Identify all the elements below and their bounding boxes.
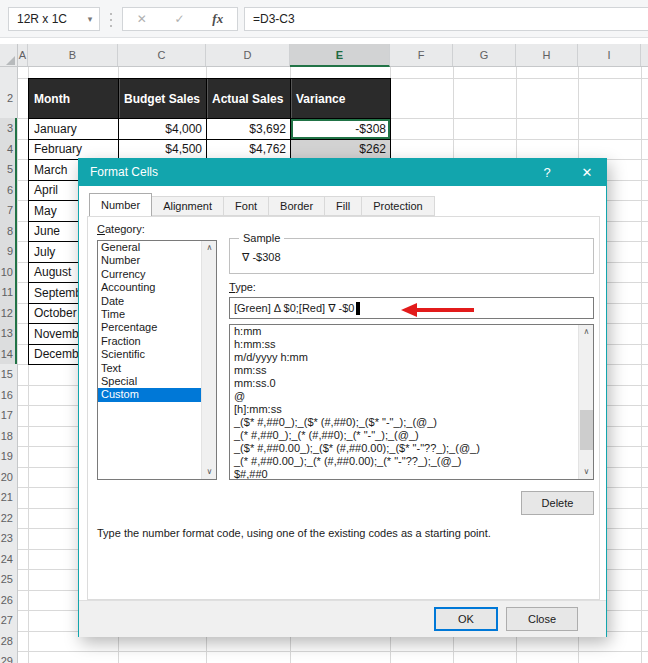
table-cell[interactable]: January bbox=[29, 119, 119, 140]
tab-protection[interactable]: Protection bbox=[362, 196, 435, 216]
row-header-26[interactable]: 26 bbox=[0, 590, 16, 611]
name-box-dropdown-icon[interactable]: ▾ bbox=[81, 14, 99, 24]
name-box[interactable]: 12R x 1C ▾ bbox=[8, 7, 100, 31]
table-cell[interactable]: $4,500 bbox=[119, 140, 207, 161]
type-option[interactable]: _(* #,##0_);_(* (#,##0);_(* "-"_);_(@_) bbox=[230, 429, 577, 442]
row-header-11[interactable]: 11 bbox=[0, 282, 16, 303]
row-header-14[interactable]: 14 bbox=[0, 344, 16, 365]
insert-function-icon[interactable]: fx bbox=[212, 11, 223, 27]
row-header-18[interactable]: 18 bbox=[0, 426, 16, 447]
row-header-17[interactable]: 17 bbox=[0, 405, 16, 426]
row-header-9[interactable]: 9 bbox=[0, 241, 16, 262]
category-item-percentage[interactable]: Percentage bbox=[98, 321, 201, 334]
row-header-21[interactable]: 21 bbox=[0, 487, 16, 508]
category-listbox[interactable]: GeneralNumberCurrencyAccountingDateTimeP… bbox=[97, 240, 217, 480]
tab-number[interactable]: Number bbox=[89, 193, 152, 216]
row-header-22[interactable]: 22 bbox=[0, 508, 16, 529]
table-cell[interactable]: $4,000 bbox=[119, 119, 207, 140]
row-header-29[interactable]: 29 bbox=[0, 651, 16, 663]
row-header-15[interactable]: 15 bbox=[0, 364, 16, 385]
category-item-date[interactable]: Date bbox=[98, 295, 201, 308]
column-header-A[interactable]: A bbox=[18, 44, 28, 66]
type-option[interactable]: h:mm bbox=[230, 325, 577, 338]
type-option[interactable]: h:mm:ss bbox=[230, 338, 577, 351]
table-header-cell[interactable]: Actual Sales bbox=[207, 79, 291, 119]
table-header-cell[interactable]: Budget Sales bbox=[119, 79, 207, 119]
type-option[interactable]: [h]:mm:ss bbox=[230, 403, 577, 416]
type-option[interactable]: _($* #,##0_);_($* (#,##0);_($* "-"_);_(@… bbox=[230, 416, 577, 429]
table-cell[interactable]: February bbox=[29, 140, 119, 161]
category-item-currency[interactable]: Currency bbox=[98, 268, 201, 281]
column-header-D[interactable]: D bbox=[206, 44, 290, 66]
category-item-scientific[interactable]: Scientific bbox=[98, 348, 201, 361]
type-option[interactable]: _($* #,##0.00_);_($* (#,##0.00);_($* "-"… bbox=[230, 442, 577, 455]
type-option[interactable]: $#,##0 bbox=[230, 468, 577, 480]
row-header-2[interactable]: 2 bbox=[0, 78, 16, 118]
category-item-number[interactable]: Number bbox=[98, 254, 201, 267]
tab-fill[interactable]: Fill bbox=[325, 196, 362, 216]
category-item-custom[interactable]: Custom bbox=[98, 388, 201, 401]
row-header-27[interactable]: 27 bbox=[0, 610, 16, 631]
scroll-up-icon[interactable]: ∧ bbox=[579, 325, 594, 339]
type-list-scrollbar[interactable]: ∧ ∨ bbox=[578, 325, 593, 479]
close-button[interactable]: Close bbox=[506, 607, 578, 631]
row-header-5[interactable]: 5 bbox=[0, 159, 16, 180]
enter-icon[interactable]: ✓ bbox=[175, 12, 185, 26]
type-option[interactable]: @ bbox=[230, 390, 577, 403]
row-header-6[interactable]: 6 bbox=[0, 180, 16, 201]
category-item-special[interactable]: Special bbox=[98, 375, 201, 388]
row-header-23[interactable]: 23 bbox=[0, 528, 16, 549]
ok-button[interactable]: OK bbox=[434, 607, 498, 631]
dialog-close-icon[interactable]: ✕ bbox=[567, 165, 607, 180]
row-header-10[interactable]: 10 bbox=[0, 262, 16, 283]
row-header-19[interactable]: 19 bbox=[0, 446, 16, 467]
scrollbar-thumb[interactable] bbox=[580, 410, 593, 450]
dialog-title-bar[interactable]: Format Cells ? ✕ bbox=[78, 158, 607, 186]
dialog-help-icon[interactable]: ? bbox=[527, 165, 567, 180]
column-header-H[interactable]: H bbox=[516, 44, 578, 66]
column-header-E[interactable]: E bbox=[290, 44, 390, 67]
category-item-accounting[interactable]: Accounting bbox=[98, 281, 201, 294]
tab-border[interactable]: Border bbox=[269, 196, 325, 216]
tab-font[interactable]: Font bbox=[224, 196, 269, 216]
row-header-7[interactable]: 7 bbox=[0, 200, 16, 221]
row-header-8[interactable]: 8 bbox=[0, 221, 16, 242]
formula-input[interactable]: =D3-C3 bbox=[244, 7, 648, 31]
table-header-cell[interactable]: Variance bbox=[291, 79, 391, 119]
row-header-4[interactable]: 4 bbox=[0, 139, 16, 160]
type-option[interactable]: mm:ss bbox=[230, 364, 577, 377]
column-header-B[interactable]: B bbox=[28, 44, 118, 66]
row-header-3[interactable]: 3 bbox=[0, 118, 16, 139]
delete-button[interactable]: Delete bbox=[521, 491, 594, 515]
type-listbox[interactable]: h:mmh:mm:ssm/d/yyyy h:mmmm:ssmm:ss.0@[h]… bbox=[229, 324, 594, 480]
scroll-down-icon[interactable]: ∨ bbox=[579, 465, 594, 479]
table-cell[interactable]: $262 bbox=[291, 140, 391, 161]
table-cell[interactable]: $3,692 bbox=[207, 119, 291, 140]
table-cell[interactable]: $4,762 bbox=[207, 140, 291, 161]
row-header-24[interactable]: 24 bbox=[0, 549, 16, 570]
category-item-time[interactable]: Time bbox=[98, 308, 201, 321]
type-option[interactable]: _(* #,##0.00_);_(* (#,##0.00);_(* "-"??_… bbox=[230, 455, 577, 468]
type-option[interactable]: mm:ss.0 bbox=[230, 377, 577, 390]
category-item-text[interactable]: Text bbox=[98, 362, 201, 375]
table-header-cell[interactable]: Month bbox=[29, 79, 119, 119]
column-header-G[interactable]: G bbox=[453, 44, 516, 66]
row-header-20[interactable]: 20 bbox=[0, 467, 16, 488]
row-header-13[interactable]: 13 bbox=[0, 323, 16, 344]
type-option[interactable]: m/d/yyyy h:mm bbox=[230, 351, 577, 364]
category-item-general[interactable]: General bbox=[98, 241, 201, 254]
column-header-C[interactable]: C bbox=[118, 44, 206, 66]
select-all-corner[interactable] bbox=[0, 44, 18, 67]
column-header-F[interactable]: F bbox=[390, 44, 453, 66]
scroll-down-icon[interactable]: ∨ bbox=[202, 465, 217, 479]
category-scrollbar[interactable]: ∧ ∨ bbox=[201, 241, 216, 479]
row-header-28[interactable]: 28 bbox=[0, 631, 16, 652]
table-cell[interactable]: -$308 bbox=[291, 119, 391, 140]
tab-alignment[interactable]: Alignment bbox=[152, 196, 224, 216]
column-header-I[interactable]: I bbox=[578, 44, 641, 66]
row-header-16[interactable]: 16 bbox=[0, 385, 16, 406]
scroll-up-icon[interactable]: ∧ bbox=[202, 241, 217, 255]
row-header-25[interactable]: 25 bbox=[0, 569, 16, 590]
cancel-icon[interactable]: ✕ bbox=[137, 12, 147, 26]
category-item-fraction[interactable]: Fraction bbox=[98, 335, 201, 348]
